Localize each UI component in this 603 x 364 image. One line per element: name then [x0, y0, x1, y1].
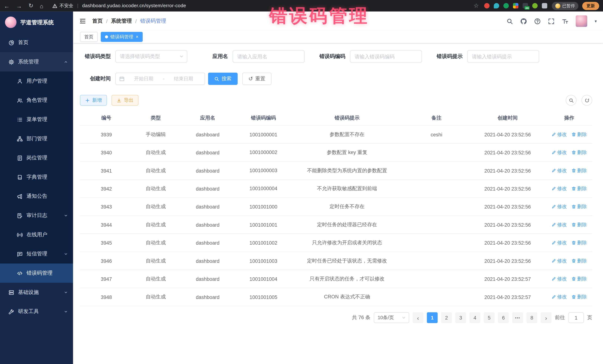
- delete-link[interactable]: 删除: [571, 131, 587, 138]
- green-leaf-extension-icon[interactable]: [532, 3, 538, 9]
- app-title: 芋道管理系统: [20, 19, 54, 26]
- edit-link[interactable]: 修改: [551, 149, 567, 156]
- edit-link[interactable]: 修改: [551, 185, 567, 192]
- toolbar-right: [566, 95, 592, 106]
- puzzle-extension-icon[interactable]: [542, 3, 547, 9]
- tab-error-code[interactable]: 错误码管理×: [101, 32, 143, 42]
- table-row: 3948自动生成dashboard1001001005CRON 表达式不正确20…: [80, 288, 592, 306]
- bookmark-star-icon[interactable]: ☆: [474, 2, 479, 9]
- cell-app: dashboard: [179, 294, 237, 300]
- color-grid-extension-icon[interactable]: [513, 3, 518, 9]
- delete-link[interactable]: 删除: [571, 221, 587, 228]
- page-button-1[interactable]: 1: [427, 312, 438, 323]
- refresh-button[interactable]: [581, 95, 592, 106]
- search-button-label: 搜索: [221, 75, 232, 82]
- edit-link[interactable]: 修改: [551, 203, 567, 210]
- security-label: 不安全: [59, 2, 73, 9]
- search-button[interactable]: 搜索: [208, 73, 238, 85]
- profile-chip[interactable]: 已暂停: [552, 2, 578, 10]
- forward-icon[interactable]: →: [16, 2, 22, 9]
- breadcrumb-item[interactable]: 系统管理: [111, 18, 132, 24]
- font-size-icon[interactable]: [562, 18, 568, 24]
- cell-actions: 修改删除: [546, 258, 592, 264]
- content: 错误码类型 请选择错误码类型 应用名 错误码编码: [73, 43, 603, 364]
- page-button-5[interactable]: 5: [484, 312, 494, 323]
- delete-link[interactable]: 删除: [571, 258, 587, 264]
- sidebar-item-notice[interactable]: 通知公告: [0, 187, 73, 206]
- sidebar-item-home[interactable]: 首页: [0, 33, 73, 52]
- sidebar-item-online-user[interactable]: 在线用户: [0, 225, 73, 244]
- caret-down-icon[interactable]: ▾: [595, 19, 597, 24]
- back-icon[interactable]: ←: [4, 2, 10, 9]
- sidebar-item-post[interactable]: 岗位管理: [0, 148, 73, 167]
- goto-page-input[interactable]: [568, 312, 584, 323]
- sidebar-item-role[interactable]: 角色管理: [0, 91, 73, 110]
- prev-page-button[interactable]: ‹: [413, 312, 423, 323]
- home-icon[interactable]: ⌂: [40, 2, 43, 9]
- sidebar-item-user[interactable]: 用户管理: [0, 72, 73, 91]
- delete-link[interactable]: 删除: [571, 276, 587, 282]
- help-icon[interactable]: [534, 18, 541, 24]
- sidebar-item-dict[interactable]: 字典管理: [0, 167, 73, 187]
- error-type-select[interactable]: 请选择错误码类型: [116, 50, 187, 63]
- edit-link[interactable]: 修改: [551, 240, 567, 246]
- delete-link[interactable]: 删除: [571, 203, 587, 210]
- pages-ellipsis[interactable]: •••: [512, 312, 523, 323]
- page-size-select[interactable]: 10条/页: [374, 312, 409, 323]
- breadcrumb-item[interactable]: 错误码管理: [140, 18, 166, 24]
- tab-home[interactable]: 首页: [80, 32, 98, 42]
- breadcrumb-item[interactable]: 首页: [92, 18, 103, 24]
- app-logo[interactable]: 芋道管理系统: [0, 11, 73, 33]
- page-button-2[interactable]: 2: [441, 312, 452, 323]
- delete-label: 删除: [577, 221, 587, 228]
- reload-icon[interactable]: ↻: [28, 2, 33, 9]
- sidebar-item-devtool[interactable]: 研发工具: [0, 302, 73, 321]
- page-button-4[interactable]: 4: [470, 312, 480, 323]
- search-icon[interactable]: [507, 18, 513, 24]
- hamburger-icon[interactable]: [79, 18, 86, 24]
- delete-link[interactable]: 删除: [571, 185, 587, 192]
- sidebar-item-dept[interactable]: 部门管理: [0, 129, 73, 148]
- green-check-extension-icon[interactable]: [503, 3, 509, 9]
- edit-link[interactable]: 修改: [551, 276, 567, 282]
- error-code-input[interactable]: [350, 50, 422, 63]
- delete-link[interactable]: 删除: [571, 240, 587, 246]
- dark-switch-extension-icon[interactable]: on: [523, 3, 528, 9]
- github-icon[interactable]: [521, 18, 527, 24]
- fullscreen-icon[interactable]: [548, 18, 555, 24]
- edit-link[interactable]: 修改: [551, 167, 567, 174]
- sidebar-item-system[interactable]: 系统管理: [0, 52, 73, 72]
- delete-link[interactable]: 删除: [571, 167, 587, 174]
- show-search-button[interactable]: [566, 95, 577, 106]
- page-button-6[interactable]: 6: [498, 312, 509, 323]
- delete-link[interactable]: 删除: [571, 294, 587, 300]
- update-button[interactable]: 更新: [582, 2, 599, 10]
- sidebar-item-infra[interactable]: 基础设施: [0, 283, 73, 302]
- reset-button[interactable]: ↺ 重置: [242, 73, 271, 85]
- next-page-button[interactable]: ›: [541, 312, 551, 323]
- add-button[interactable]: 新增: [80, 95, 107, 106]
- app-name-input[interactable]: [233, 50, 305, 63]
- teal-drop-extension-icon[interactable]: [494, 3, 499, 9]
- search-icon: [568, 98, 573, 103]
- delete-link[interactable]: 删除: [571, 149, 587, 156]
- page-button-3[interactable]: 3: [455, 312, 466, 323]
- page-button-8[interactable]: 8: [527, 312, 537, 323]
- user-avatar[interactable]: [576, 15, 587, 27]
- edit-link[interactable]: 修改: [551, 258, 567, 264]
- sidebar-item-error-code[interactable]: 错误码管理: [0, 264, 73, 283]
- red-circle-extension-icon[interactable]: [484, 3, 490, 9]
- sidebar-item-audit-log[interactable]: 审计日志: [0, 206, 73, 225]
- profile-label: 已暂停: [562, 3, 575, 9]
- url-text[interactable]: dashboard.yudao.iocoder.cn/system/error-…: [82, 3, 186, 9]
- close-icon[interactable]: ×: [136, 35, 139, 39]
- sidebar-item-menu[interactable]: 菜单管理: [0, 110, 73, 129]
- security-chip[interactable]: 不安全: [52, 2, 73, 9]
- edit-link[interactable]: 修改: [551, 221, 567, 228]
- date-range-picker[interactable]: 开始日期 - 结束日期: [116, 73, 205, 85]
- export-button[interactable]: 导出: [112, 95, 139, 106]
- sidebar-item-sms[interactable]: 短信管理: [0, 244, 73, 264]
- edit-link[interactable]: 修改: [551, 131, 567, 138]
- error-hint-input[interactable]: [467, 50, 539, 63]
- edit-link[interactable]: 修改: [551, 294, 567, 300]
